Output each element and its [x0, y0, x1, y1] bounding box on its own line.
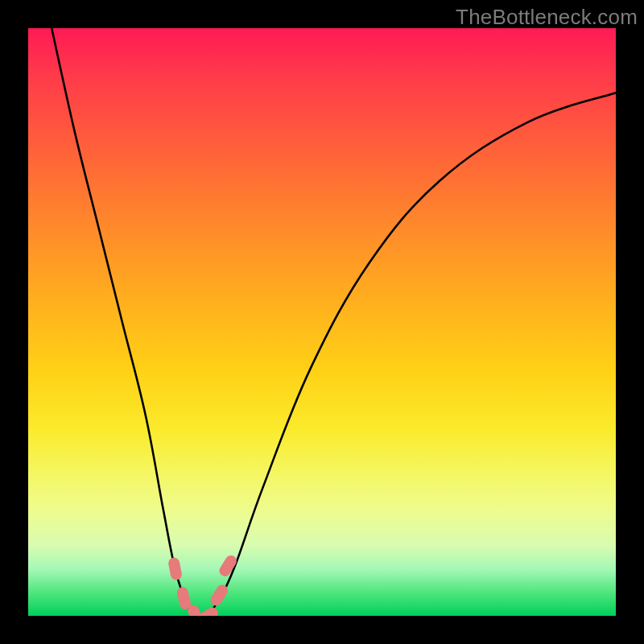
curve-svg — [28, 28, 616, 616]
plot-area — [28, 28, 616, 616]
chart-frame: TheBottleneck.com — [0, 0, 644, 644]
watermark-text: TheBottleneck.com — [456, 5, 638, 30]
bottleneck-curve — [52, 28, 616, 616]
marker-left-marker-upper — [167, 557, 183, 581]
